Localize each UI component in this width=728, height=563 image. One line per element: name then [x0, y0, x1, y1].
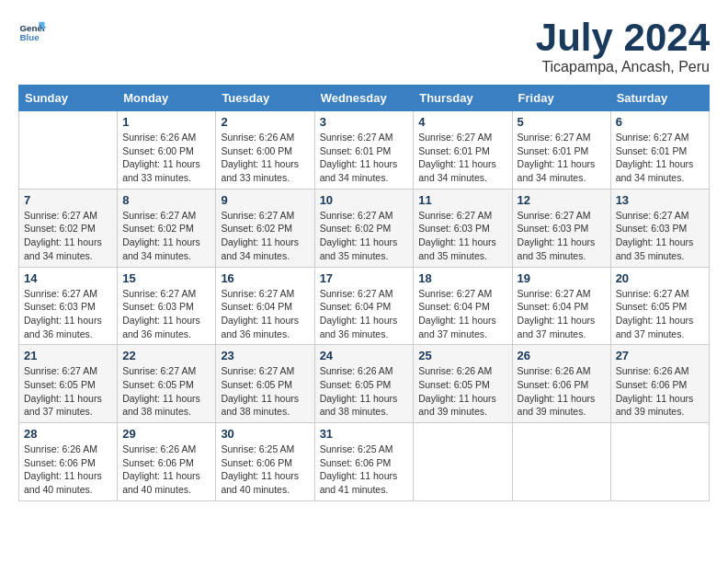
day-info: Sunrise: 6:27 AMSunset: 6:05 PMDaylight:… [122, 364, 210, 419]
calendar-cell: 15Sunrise: 6:27 AMSunset: 6:03 PMDayligh… [118, 267, 216, 345]
calendar-week-row: 21Sunrise: 6:27 AMSunset: 6:05 PMDayligh… [19, 345, 710, 423]
calendar-cell: 22Sunrise: 6:27 AMSunset: 6:05 PMDayligh… [118, 345, 216, 423]
day-number: 24 [320, 349, 409, 362]
calendar-cell: 2Sunrise: 6:26 AMSunset: 6:00 PMDaylight… [216, 111, 314, 190]
calendar-table: SundayMondayTuesdayWednesdayThursdayFrid… [18, 85, 710, 501]
calendar-cell: 27Sunrise: 6:26 AMSunset: 6:06 PMDayligh… [610, 345, 709, 423]
day-info: Sunrise: 6:26 AMSunset: 6:06 PMDaylight:… [518, 364, 606, 419]
day-number: 21 [24, 349, 112, 362]
location-subtitle: Ticapampa, Ancash, Peru [536, 59, 710, 75]
day-number: 27 [616, 349, 704, 362]
day-number: 7 [24, 193, 112, 207]
day-info: Sunrise: 6:27 AMSunset: 6:05 PMDaylight:… [616, 287, 704, 341]
day-info: Sunrise: 6:25 AMSunset: 6:06 PMDaylight:… [320, 442, 409, 497]
calendar-cell: 16Sunrise: 6:27 AMSunset: 6:04 PMDayligh… [216, 267, 314, 345]
day-number: 13 [616, 193, 704, 207]
weekday-header-thursday: Thursday [414, 86, 512, 111]
day-number: 20 [616, 271, 704, 285]
day-info: Sunrise: 6:27 AMSunset: 6:05 PMDaylight:… [24, 364, 112, 419]
svg-text:Blue: Blue [20, 32, 40, 42]
day-info: Sunrise: 6:27 AMSunset: 6:03 PMDaylight:… [418, 209, 506, 263]
day-info: Sunrise: 6:27 AMSunset: 6:04 PMDaylight:… [221, 287, 309, 341]
calendar-cell: 29Sunrise: 6:26 AMSunset: 6:06 PMDayligh… [118, 423, 216, 501]
day-info: Sunrise: 6:26 AMSunset: 6:06 PMDaylight:… [616, 364, 704, 419]
weekday-header-saturday: Saturday [610, 86, 709, 111]
day-number: 18 [418, 271, 506, 285]
calendar-cell: 25Sunrise: 6:26 AMSunset: 6:05 PMDayligh… [414, 345, 512, 423]
day-number: 9 [221, 193, 309, 207]
calendar-cell: 26Sunrise: 6:26 AMSunset: 6:06 PMDayligh… [512, 345, 610, 423]
calendar-cell: 18Sunrise: 6:27 AMSunset: 6:04 PMDayligh… [414, 267, 512, 345]
calendar-cell: 30Sunrise: 6:25 AMSunset: 6:06 PMDayligh… [216, 423, 314, 501]
day-number: 12 [518, 193, 606, 207]
day-info: Sunrise: 6:25 AMSunset: 6:06 PMDaylight:… [221, 442, 309, 497]
day-info: Sunrise: 6:27 AMSunset: 6:02 PMDaylight:… [221, 209, 309, 263]
calendar-week-row: 7Sunrise: 6:27 AMSunset: 6:02 PMDaylight… [19, 189, 710, 267]
day-number: 23 [221, 349, 309, 362]
calendar-cell: 10Sunrise: 6:27 AMSunset: 6:02 PMDayligh… [314, 189, 414, 267]
day-number: 22 [122, 349, 210, 362]
day-info: Sunrise: 6:27 AMSunset: 6:03 PMDaylight:… [122, 287, 210, 341]
day-number: 14 [24, 271, 112, 285]
calendar-cell: 24Sunrise: 6:26 AMSunset: 6:05 PMDayligh… [314, 345, 414, 423]
calendar-cell [414, 423, 512, 501]
day-number: 8 [122, 193, 210, 207]
day-info: Sunrise: 6:27 AMSunset: 6:03 PMDaylight:… [24, 287, 112, 341]
calendar-cell: 21Sunrise: 6:27 AMSunset: 6:05 PMDayligh… [19, 345, 118, 423]
day-info: Sunrise: 6:27 AMSunset: 6:03 PMDaylight:… [616, 209, 704, 263]
calendar-cell: 4Sunrise: 6:27 AMSunset: 6:01 PMDaylight… [414, 111, 512, 190]
calendar-cell: 17Sunrise: 6:27 AMSunset: 6:04 PMDayligh… [314, 267, 414, 345]
weekday-header-wednesday: Wednesday [314, 86, 414, 111]
weekday-header-monday: Monday [118, 86, 216, 111]
weekday-header-friday: Friday [512, 86, 610, 111]
calendar-cell: 5Sunrise: 6:27 AMSunset: 6:01 PMDaylight… [512, 111, 610, 190]
weekday-header-sunday: Sunday [19, 86, 118, 111]
calendar-cell [610, 423, 709, 501]
day-info: Sunrise: 6:27 AMSunset: 6:02 PMDaylight:… [24, 209, 112, 263]
day-info: Sunrise: 6:27 AMSunset: 6:01 PMDaylight:… [616, 131, 704, 185]
calendar-week-row: 14Sunrise: 6:27 AMSunset: 6:03 PMDayligh… [19, 267, 710, 345]
calendar-cell: 6Sunrise: 6:27 AMSunset: 6:01 PMDaylight… [610, 111, 709, 190]
calendar-cell: 3Sunrise: 6:27 AMSunset: 6:01 PMDaylight… [314, 111, 414, 190]
day-number: 30 [221, 427, 309, 441]
day-number: 4 [418, 115, 506, 129]
calendar-week-row: 1Sunrise: 6:26 AMSunset: 6:00 PMDaylight… [19, 111, 710, 190]
calendar-cell: 31Sunrise: 6:25 AMSunset: 6:06 PMDayligh… [314, 423, 414, 501]
logo-icon: General Blue [18, 18, 46, 46]
day-number: 5 [518, 115, 606, 129]
day-info: Sunrise: 6:26 AMSunset: 6:00 PMDaylight:… [122, 131, 210, 185]
day-number: 26 [518, 349, 606, 362]
day-info: Sunrise: 6:26 AMSunset: 6:05 PMDaylight:… [320, 364, 409, 419]
calendar-cell [19, 111, 118, 190]
day-number: 25 [418, 349, 506, 362]
calendar-cell [512, 423, 610, 501]
day-info: Sunrise: 6:26 AMSunset: 6:05 PMDaylight:… [418, 364, 506, 419]
day-info: Sunrise: 6:27 AMSunset: 6:04 PMDaylight:… [320, 287, 409, 341]
calendar-cell: 1Sunrise: 6:26 AMSunset: 6:00 PMDaylight… [118, 111, 216, 190]
month-title: July 2024 [536, 18, 710, 57]
day-info: Sunrise: 6:26 AMSunset: 6:00 PMDaylight:… [221, 131, 309, 185]
day-number: 19 [518, 271, 606, 285]
day-number: 15 [122, 271, 210, 285]
calendar-week-row: 28Sunrise: 6:26 AMSunset: 6:06 PMDayligh… [19, 423, 710, 501]
day-info: Sunrise: 6:27 AMSunset: 6:01 PMDaylight:… [418, 131, 506, 185]
day-info: Sunrise: 6:27 AMSunset: 6:02 PMDaylight:… [122, 209, 210, 263]
day-number: 10 [320, 193, 409, 207]
page-header: General Blue July 2024 Ticapampa, Ancash… [18, 18, 710, 75]
day-number: 16 [221, 271, 309, 285]
calendar-cell: 19Sunrise: 6:27 AMSunset: 6:04 PMDayligh… [512, 267, 610, 345]
weekday-header-row: SundayMondayTuesdayWednesdayThursdayFrid… [19, 86, 710, 111]
day-info: Sunrise: 6:27 AMSunset: 6:04 PMDaylight:… [518, 287, 606, 341]
logo: General Blue [18, 18, 46, 46]
calendar-cell: 23Sunrise: 6:27 AMSunset: 6:05 PMDayligh… [216, 345, 314, 423]
day-number: 1 [122, 115, 210, 129]
weekday-header-tuesday: Tuesday [216, 86, 314, 111]
calendar-cell: 8Sunrise: 6:27 AMSunset: 6:02 PMDaylight… [118, 189, 216, 267]
day-number: 11 [418, 193, 506, 207]
calendar-cell: 14Sunrise: 6:27 AMSunset: 6:03 PMDayligh… [19, 267, 118, 345]
day-info: Sunrise: 6:27 AMSunset: 6:05 PMDaylight:… [221, 364, 309, 419]
day-number: 3 [320, 115, 409, 129]
calendar-cell: 12Sunrise: 6:27 AMSunset: 6:03 PMDayligh… [512, 189, 610, 267]
day-number: 29 [122, 427, 210, 441]
calendar-cell: 7Sunrise: 6:27 AMSunset: 6:02 PMDaylight… [19, 189, 118, 267]
